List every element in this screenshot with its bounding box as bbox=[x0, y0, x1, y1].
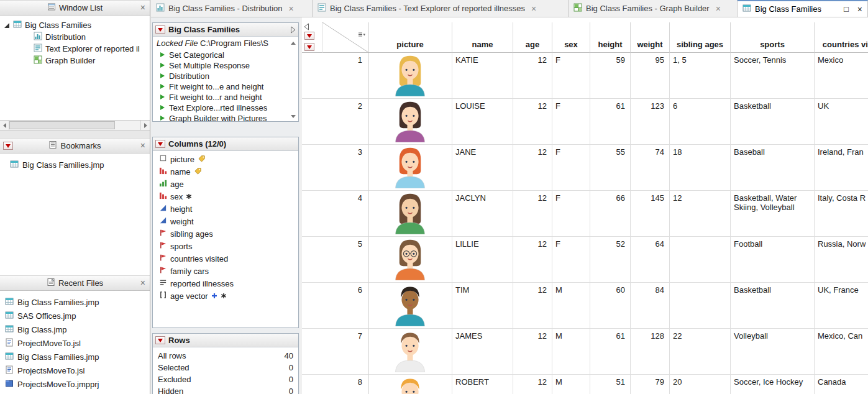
cell-name[interactable]: JANE bbox=[452, 145, 513, 191]
cell-countries-visited[interactable]: Ireland, Fran bbox=[815, 145, 868, 191]
recent-file-item[interactable]: SAS Offices.jmp bbox=[0, 309, 150, 323]
tab-big-class-families-text-explorer-of-reported-illnesses[interactable]: Big Class Families - Text Explorer of re… bbox=[313, 0, 569, 17]
recent-file-item[interactable]: Big Class Families.jmp bbox=[0, 295, 150, 309]
cell-weight[interactable]: 95 bbox=[631, 53, 670, 99]
tab-big-class-families[interactable]: Big Class Families□× bbox=[738, 0, 868, 17]
cell-countries-visited[interactable]: Italy, Costa R bbox=[815, 191, 868, 237]
close-icon[interactable]: × bbox=[716, 4, 721, 13]
cell-picture[interactable] bbox=[368, 329, 452, 375]
scrollbar-thumb[interactable] bbox=[9, 121, 115, 129]
cell-countries-visited[interactable]: Mexico, Can bbox=[815, 329, 868, 375]
red-triangle-menu-icon[interactable] bbox=[3, 142, 13, 150]
scroll-up-icon[interactable] bbox=[291, 42, 296, 45]
close-icon[interactable]: × bbox=[531, 4, 536, 13]
cell-sibling-ages[interactable]: 6 bbox=[670, 99, 731, 145]
cell-sibling-ages[interactable]: 20 bbox=[670, 375, 731, 394]
tab-big-class-families-graph-builder[interactable]: Big Class Families - Graph Builder× bbox=[569, 0, 738, 17]
column-item-age[interactable]: age bbox=[153, 178, 298, 190]
cell-countries-visited[interactable]: Mexico bbox=[815, 53, 868, 99]
red-triangle-menu-icon[interactable] bbox=[304, 32, 314, 40]
cell-age[interactable]: 12 bbox=[513, 283, 552, 329]
cell-sports[interactable]: Football bbox=[731, 237, 815, 283]
cell-name[interactable]: LOUISE bbox=[452, 99, 513, 145]
red-triangle-menu-icon[interactable] bbox=[155, 25, 165, 34]
tree-item-text-explorer-of-reported-il[interactable]: Text Explorer of reported il bbox=[0, 43, 150, 55]
column-item-picture[interactable]: picture bbox=[153, 153, 298, 165]
cell-weight[interactable]: 128 bbox=[631, 329, 670, 375]
cell-sibling-ages[interactable]: 22 bbox=[670, 329, 731, 375]
cell-sports[interactable]: Volleyball bbox=[731, 329, 815, 375]
column-header-sibling-ages[interactable]: sibling ages bbox=[670, 22, 731, 53]
column-item-countries-visited[interactable]: countries visited bbox=[153, 252, 298, 265]
close-icon[interactable]: × bbox=[140, 141, 145, 150]
table-script-set-multiple-response[interactable]: Set Multiple Response bbox=[153, 60, 298, 71]
cell-height[interactable]: 61 bbox=[590, 99, 631, 145]
cell-sports[interactable]: Basketball bbox=[731, 283, 815, 329]
cell-picture[interactable] bbox=[368, 375, 452, 394]
recent-file-item[interactable]: ProjectsMoveTo.jsl bbox=[0, 364, 150, 377]
cell-height[interactable]: 66 bbox=[590, 191, 631, 237]
bookmark-item[interactable]: Big Class Families.jmp bbox=[5, 158, 145, 172]
tree-item-distribution[interactable]: Distribution bbox=[0, 31, 150, 43]
scroll-down-icon[interactable] bbox=[291, 115, 296, 118]
cell-age[interactable]: 12 bbox=[513, 191, 552, 237]
column-header-name[interactable]: name bbox=[452, 22, 513, 53]
cell-picture[interactable] bbox=[368, 99, 452, 145]
expander-icon[interactable] bbox=[4, 22, 10, 29]
row-number[interactable]: 8 bbox=[302, 375, 368, 394]
cell-age[interactable]: 12 bbox=[513, 99, 552, 145]
cell-sibling-ages[interactable]: 12 bbox=[670, 191, 731, 237]
cell-sex[interactable]: F bbox=[552, 237, 590, 283]
close-icon[interactable]: × bbox=[857, 4, 862, 14]
column-header-sex[interactable]: sex bbox=[552, 22, 590, 53]
maximize-icon[interactable]: □ bbox=[844, 4, 849, 14]
cell-countries-visited[interactable]: Russia, Norw bbox=[815, 237, 868, 283]
collapse-grid-panel-icon[interactable] bbox=[304, 23, 309, 32]
column-item-family-cars[interactable]: family cars bbox=[153, 265, 298, 277]
cell-picture[interactable] bbox=[368, 145, 452, 191]
cell-picture[interactable] bbox=[368, 191, 452, 237]
cell-age[interactable]: 12 bbox=[513, 145, 552, 191]
columns-menu-icon[interactable] bbox=[358, 31, 366, 41]
cell-countries-visited[interactable]: UK bbox=[815, 99, 868, 145]
cell-name[interactable]: LILLIE bbox=[452, 237, 513, 283]
table-script-text-explore-rted-illnesses[interactable]: Text Explore...rted illnesses bbox=[153, 103, 298, 113]
recent-file-item[interactable]: Big Class Families.jmp bbox=[0, 350, 150, 364]
cell-sex[interactable]: M bbox=[552, 283, 590, 329]
column-item-height[interactable]: height bbox=[153, 203, 298, 215]
cell-name[interactable]: JAMES bbox=[452, 329, 513, 375]
row-number[interactable]: 7 bbox=[302, 329, 368, 375]
close-icon[interactable]: × bbox=[140, 3, 145, 12]
recent-file-item[interactable]: ProjectsMoveTo.jmpprj bbox=[0, 377, 150, 391]
row-number[interactable]: 3 bbox=[302, 145, 368, 191]
run-script-icon[interactable] bbox=[159, 71, 165, 81]
table-script-graph-builder-with-pictures[interactable]: Graph Builder with Pictures bbox=[153, 113, 298, 124]
horizontal-scrollbar[interactable] bbox=[0, 120, 150, 131]
table-script-fit-weight-to-e-and-height[interactable]: Fit weight to...e and height bbox=[153, 81, 298, 92]
cell-name[interactable]: ROBERT bbox=[452, 375, 513, 394]
run-script-icon[interactable] bbox=[159, 103, 165, 112]
cell-sex[interactable]: F bbox=[552, 191, 590, 237]
column-header-age[interactable]: age bbox=[513, 22, 552, 53]
cell-countries-visited[interactable]: Canada bbox=[815, 375, 868, 394]
cell-weight[interactable]: 84 bbox=[631, 283, 670, 329]
column-item-weight[interactable]: weight bbox=[153, 215, 298, 227]
collapse-panel-icon[interactable] bbox=[290, 26, 296, 35]
cell-age[interactable]: 12 bbox=[513, 237, 552, 283]
cell-sex[interactable]: F bbox=[552, 53, 590, 99]
cell-weight[interactable]: 74 bbox=[631, 145, 670, 191]
cell-name[interactable]: TIM bbox=[452, 283, 513, 329]
cell-name[interactable]: JACLYN bbox=[452, 191, 513, 237]
cell-age[interactable]: 12 bbox=[513, 375, 552, 394]
column-header-picture[interactable]: picture bbox=[368, 22, 452, 53]
cell-picture[interactable] bbox=[368, 237, 452, 283]
column-header-countries-visited[interactable]: countries visited bbox=[815, 22, 868, 53]
recent-file-item[interactable]: Big Class.jmp bbox=[0, 323, 150, 336]
red-triangle-menu-icon[interactable] bbox=[155, 140, 165, 148]
table-script-distribution[interactable]: Distribution bbox=[153, 71, 298, 81]
cell-sibling-ages[interactable] bbox=[670, 237, 731, 283]
tab-big-class-families-distribution[interactable]: Big Class Families - Distribution× bbox=[151, 0, 313, 17]
cell-height[interactable]: 52 bbox=[590, 237, 631, 283]
run-script-icon[interactable] bbox=[159, 61, 165, 70]
recent-file-item[interactable]: ProjectMoveTo.jsl bbox=[0, 336, 150, 350]
